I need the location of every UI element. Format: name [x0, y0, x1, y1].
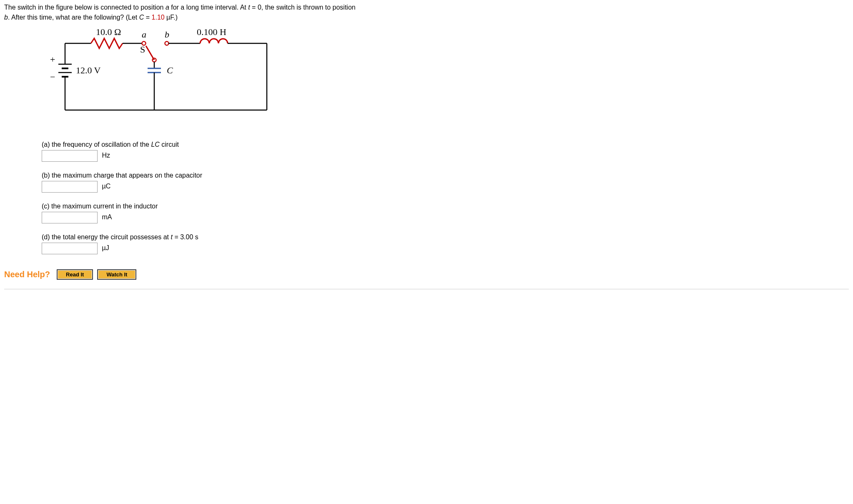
- voltage-label: 12.0 V: [76, 65, 101, 75]
- problem-text-4: . After this time, what are the followin…: [8, 14, 139, 21]
- var-c: C: [139, 14, 144, 21]
- watch-it-button[interactable]: Watch It: [97, 269, 136, 280]
- question-c: (c) the maximum current in the inductor …: [42, 203, 849, 223]
- question-c-text: (c) the maximum current in the inductor: [42, 203, 849, 210]
- position-a: a: [166, 4, 169, 11]
- terminal-a-label: a: [142, 29, 146, 40]
- given-c-value: 1.10: [152, 14, 165, 21]
- plus-label: +: [50, 54, 55, 65]
- lc-ital: LC: [151, 141, 159, 148]
- inductor-label: 0.100 H: [197, 27, 226, 37]
- resistor-icon: [91, 38, 123, 48]
- unit-uc: µC: [102, 183, 110, 190]
- position-b: b: [4, 14, 8, 21]
- answer-a-input[interactable]: [42, 150, 98, 162]
- problem-statement: The switch in the figure below is connec…: [4, 3, 849, 23]
- question-b: (b) the maximum charge that appears on t…: [42, 172, 849, 193]
- minus-label: −: [50, 72, 55, 82]
- answer-c-input[interactable]: [42, 212, 98, 223]
- unit-ma: mA: [102, 213, 112, 221]
- divider: [4, 289, 849, 289]
- resistor-label: 10.0 Ω: [96, 27, 121, 37]
- capacitor-icon: [148, 68, 161, 73]
- given-c-unit: µF.): [165, 14, 178, 21]
- battery-icon: [58, 64, 72, 77]
- switch-arm-icon: [146, 46, 154, 60]
- question-a-text2: circuit: [160, 141, 179, 148]
- switch-label: S: [140, 44, 145, 55]
- answer-d-input[interactable]: [42, 243, 98, 254]
- terminal-b-icon: [165, 42, 169, 45]
- unit-hz: Hz: [102, 152, 110, 159]
- question-b-text: (b) the maximum charge that appears on t…: [42, 172, 849, 179]
- terminal-b-label: b: [165, 29, 169, 40]
- unit-uj: µJ: [102, 244, 109, 251]
- problem-text-2: for a long time interval. At: [169, 4, 248, 11]
- let-eq: =: [144, 14, 151, 21]
- problem-text-1: The switch in the figure below is connec…: [4, 4, 166, 11]
- question-d: (d) the total energy the circuit possess…: [42, 233, 849, 254]
- question-d-text-pre: (d) the total energy the circuit possess…: [42, 233, 171, 241]
- question-d-eq: = 3.00 s: [173, 233, 198, 241]
- capacitor-label: C: [167, 65, 173, 75]
- circuit-diagram: + − 12.0 V 10.0 Ω a S b C 0.100 H: [42, 27, 849, 128]
- read-it-button[interactable]: Read It: [57, 269, 93, 280]
- question-a-text: (a) the frequency of oscillation of the: [42, 141, 151, 148]
- need-help-label: Need Help?: [4, 270, 50, 279]
- answer-b-input[interactable]: [42, 181, 98, 193]
- question-a: (a) the frequency of oscillation of the …: [42, 141, 849, 162]
- need-help-row: Need Help? Read It Watch It: [4, 269, 849, 280]
- problem-text-3: = 0, the switch is thrown to position: [250, 4, 356, 11]
- inductor-icon: [200, 39, 228, 43]
